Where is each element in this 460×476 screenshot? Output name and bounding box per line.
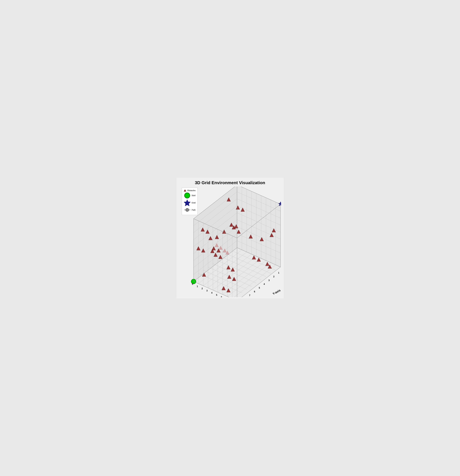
y-tick-3: 3 <box>268 279 270 281</box>
legend-item-obstacles: Obstacles <box>184 189 196 192</box>
y-tick-2: 2 <box>273 275 275 278</box>
legend-item-goal: Goal <box>184 199 196 206</box>
svg-marker-2 <box>184 200 190 206</box>
legend-label-goal: Goal <box>192 202 196 204</box>
y-tick-7: 7 <box>249 294 250 297</box>
x-tick-0: 0 <box>192 283 193 285</box>
x-tick-1: 1 <box>197 285 198 288</box>
y-tick-5: 5 <box>259 287 260 289</box>
y-tick-6: 6 <box>254 290 255 293</box>
legend-label-path: Path <box>192 209 196 211</box>
svg-point-4 <box>186 208 189 212</box>
legend-label-start: Start <box>192 194 196 196</box>
x-tick-4: 4 <box>211 292 212 294</box>
chart-title: 3D Grid Environment Visualization <box>195 180 265 185</box>
x-tick-6: 6 <box>221 296 222 297</box>
y-tick-1: 1 <box>278 272 279 274</box>
chart-container: 3D Grid Environment Visualization Obstac… <box>176 178 284 298</box>
svg-marker-0 <box>184 189 186 191</box>
x-tick-5: 5 <box>216 294 217 296</box>
legend-item-path: Path <box>184 206 196 213</box>
legend-label-obstacles: Obstacles <box>187 189 196 192</box>
legend-box: Obstacles Start Goal Path <box>182 188 198 215</box>
y-tick-4: 4 <box>264 283 265 285</box>
legend-item-start: Start <box>184 192 196 199</box>
x-tick-2: 2 <box>201 287 203 290</box>
x-tick-3: 3 <box>206 289 208 292</box>
svg-point-1 <box>184 193 190 198</box>
